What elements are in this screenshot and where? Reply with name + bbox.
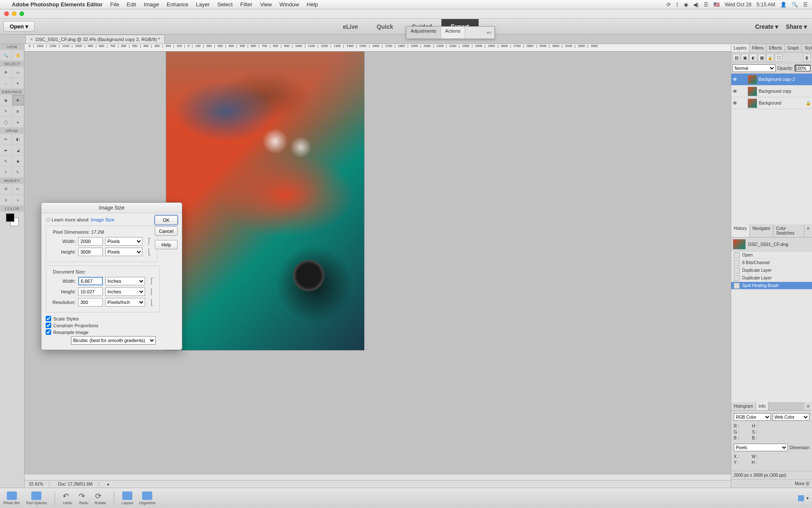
photo-bin-button[interactable]: Photo Bin [3, 491, 20, 505]
close-window-icon[interactable] [4, 11, 9, 16]
px-width-input[interactable] [78, 237, 103, 246]
link-icon[interactable]: ⎡ [148, 278, 156, 284]
scrollbar-horizontal[interactable] [25, 474, 731, 480]
zoom-window-icon[interactable] [19, 11, 24, 16]
link-icon[interactable]: ⎢ [148, 288, 156, 295]
zoom-level[interactable]: 32.41% [29, 482, 49, 486]
delete-layer-icon[interactable]: 🗑 [803, 54, 811, 61]
organizer-button[interactable]: Organizer [139, 491, 156, 505]
document-tab[interactable]: × DSC_5501_CF.dng @ 32.4% (Background co… [25, 35, 165, 44]
menu-window[interactable]: Window [280, 1, 299, 8]
tab-info[interactable]: Info [756, 402, 769, 410]
resample-method-select[interactable]: Bicubic (best for smooth gradients) [71, 336, 156, 345]
doc-height-unit[interactable]: Inches [105, 287, 145, 296]
gradient-tool[interactable]: ◢ [12, 145, 25, 156]
flag-icon[interactable]: 🇺🇸 [713, 2, 720, 8]
adjustment-icon[interactable]: ◐ [749, 54, 757, 61]
mode-elive[interactable]: eLive [334, 19, 368, 34]
spot-heal-tool[interactable]: ✚ [12, 95, 25, 106]
menu-image[interactable]: Image [144, 1, 159, 8]
tab-actions[interactable]: Actions [441, 27, 465, 39]
tab-adjustments[interactable]: Adjustments [406, 27, 441, 39]
menubar-date[interactable]: Wed Oct 28 [725, 2, 752, 8]
eraser-tool[interactable]: ◧ [12, 134, 25, 145]
floating-adjustments-panel[interactable]: Adjustments Actions ▾≡ [406, 26, 495, 39]
link-icon[interactable]: ⎣ [145, 248, 154, 255]
hand-tool[interactable]: ✋ [12, 50, 25, 61]
wifi-icon[interactable]: ◉ [684, 2, 688, 8]
resolution-input[interactable] [78, 298, 103, 306]
menu-layer[interactable]: Layer [196, 1, 210, 8]
status-chevron-icon[interactable]: ▸ [107, 482, 110, 486]
layer-item[interactable]: 👁 Background copy 2 [731, 74, 812, 86]
history-item[interactable]: Duplicate Layer [731, 267, 812, 274]
move-tool[interactable]: ✥ [0, 67, 12, 78]
eyedropper-tool[interactable]: ✎ [0, 156, 12, 167]
px-height-input[interactable] [78, 248, 103, 256]
doc-width-unit[interactable]: Inches [105, 277, 145, 285]
history-item[interactable]: Duplicate Layer [731, 274, 812, 282]
tab-navigator[interactable]: Navigator [750, 224, 774, 237]
px-width-unit[interactable]: Pixels [105, 237, 143, 246]
doc-height-input[interactable] [78, 287, 103, 296]
ok-button[interactable]: OK [155, 215, 178, 225]
spotlight-icon[interactable]: 🔍 [792, 2, 798, 8]
scale-styles-check[interactable]: Scale Styles [46, 316, 178, 321]
menu-enhance[interactable]: Enhance [167, 1, 188, 8]
create-button[interactable]: Create ▾ [755, 23, 778, 30]
sync-icon[interactable]: ⟳ [667, 2, 671, 8]
panel-menu-icon[interactable]: ≡ [804, 402, 812, 410]
lasso-tool[interactable]: ⌓ [0, 78, 12, 89]
user-icon[interactable]: 👤 [780, 2, 787, 8]
visibility-icon[interactable]: 👁 [732, 100, 738, 106]
menu-help[interactable]: Help [307, 1, 318, 8]
type-tool[interactable]: T [0, 167, 12, 178]
menu-view[interactable]: View [260, 1, 272, 8]
menu-extra-icon[interactable]: ☰ [704, 2, 708, 8]
panel-menu-icon[interactable]: ▾≡ [484, 27, 494, 39]
learn-link[interactable]: Image Size [91, 217, 114, 222]
new-layer-icon[interactable]: ▧ [732, 54, 740, 61]
menu-file[interactable]: File [110, 1, 119, 8]
history-item[interactable]: 8 Bits/Channel [731, 259, 812, 267]
document-image[interactable] [166, 52, 364, 350]
blur-tool[interactable]: ◯ [0, 117, 12, 128]
bluetooth-icon[interactable]: ᛒ [676, 2, 679, 8]
layer-item[interactable]: 👁 Background 🔒 [731, 97, 812, 109]
units-select[interactable]: Pixels [734, 444, 788, 451]
new-group-icon[interactable]: ▣ [741, 54, 749, 61]
quick-select-tool[interactable]: ✦ [12, 78, 25, 89]
fill-tool[interactable]: ▰ [0, 145, 12, 156]
resolution-unit[interactable]: Pixels/Inch [105, 298, 145, 306]
link-icon[interactable]: ☐ [775, 54, 782, 61]
visibility-icon[interactable]: 👁 [732, 77, 738, 83]
clone-tool[interactable]: ⊕ [12, 106, 25, 117]
recompose-tool[interactable]: ⧈ [12, 184, 25, 195]
straighten-tool[interactable]: ≡ [12, 195, 25, 206]
brush-tool[interactable]: ✏ [0, 134, 12, 145]
link-icon[interactable]: ⎣ [148, 299, 156, 306]
tab-effects[interactable]: Effects [766, 44, 785, 52]
mode-quick[interactable]: Quick [368, 19, 403, 34]
cancel-button[interactable]: Cancel [155, 226, 178, 236]
tab-swatches[interactable]: Color Swatches [774, 224, 804, 237]
bottom-more[interactable]: ▾ [798, 495, 809, 501]
menubar-time[interactable]: 5:15 AM [757, 2, 775, 8]
menu-select[interactable]: Select [217, 1, 233, 8]
tool-options-button[interactable]: Tool Options [26, 491, 47, 505]
menu-edit[interactable]: Edit [126, 1, 136, 8]
px-height-unit[interactable]: Pixels [105, 248, 143, 256]
constrain-check[interactable]: Constrain Proportions [46, 323, 178, 328]
share-button[interactable]: Share ▾ [786, 23, 807, 30]
pencil-tool[interactable]: ✎ [12, 167, 25, 178]
menu-filter[interactable]: Filter [240, 1, 252, 8]
marquee-tool[interactable]: ▭ [12, 67, 25, 78]
tab-graphics[interactable]: Graph [785, 44, 802, 52]
blend-mode-select[interactable]: Normal [732, 64, 776, 72]
smart-brush-tool[interactable]: ✎ [0, 106, 12, 117]
sponge-tool[interactable]: ● [12, 117, 25, 128]
more-button[interactable]: More ☰ [731, 479, 812, 488]
color-mode-2-select[interactable]: Web Color [773, 413, 810, 421]
color-swatch[interactable] [6, 213, 19, 226]
visibility-icon[interactable]: 👁 [732, 88, 738, 94]
